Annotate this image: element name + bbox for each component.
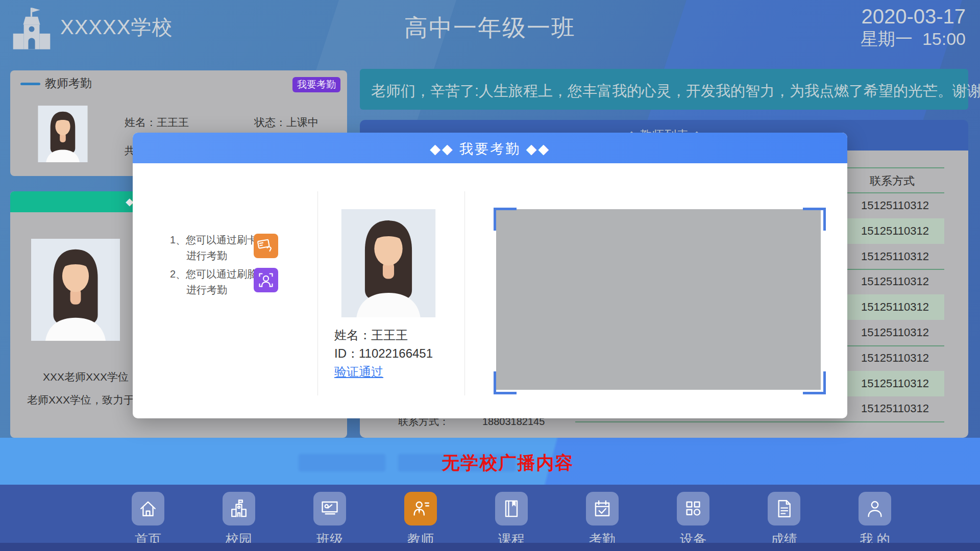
face-scan-icon	[254, 268, 278, 292]
nav-item-class[interactable]: 班级	[297, 492, 363, 548]
nav-item-grades[interactable]: 成绩	[751, 492, 817, 548]
instruction-line: 2、您可以通过刷脸	[170, 267, 257, 281]
nav-item-course[interactable]: 课程	[478, 492, 545, 548]
nav-item-attendance[interactable]: 考勤	[569, 492, 635, 548]
verify-status-link[interactable]: 验证通过	[334, 364, 383, 380]
instruction-line: 1、您可以通过刷卡	[170, 233, 257, 247]
title-dash	[20, 83, 40, 85]
home-icon	[132, 492, 164, 525]
bottom-nav: 首页校园班级教师课程考勤设备成绩我 的	[0, 485, 980, 551]
smart-class-board-screen: XXXXX学校 高中一年级一班 2020-03-17 星期一 15:00 教师考…	[0, 0, 980, 551]
modal-title: ◆◆ 我要考勤 ◆◆	[133, 140, 847, 158]
modal-name-row: 姓名：王王王	[334, 327, 408, 343]
nav-item-teacher[interactable]: 教师	[387, 492, 454, 548]
profile-icon	[859, 492, 891, 525]
camera-corner-bracket	[803, 371, 826, 394]
date-text: 2020-03-17	[861, 4, 966, 29]
nav-item-device[interactable]: 设备	[660, 492, 726, 548]
camera-corner-bracket	[494, 208, 517, 231]
weekday-time-text: 星期一 15:00	[861, 29, 966, 49]
contact-column-header: 联系方式	[841, 173, 943, 189]
teacher-name-row: 姓名：王王王	[125, 115, 189, 130]
attend-button[interactable]: 我要考勤	[292, 77, 340, 92]
nav-item-profile[interactable]: 我 的	[842, 492, 908, 548]
class-icon	[313, 492, 346, 525]
instruction-line: 进行考勤	[186, 249, 227, 263]
nav-item-home[interactable]: 首页	[115, 492, 181, 548]
modal-divider	[317, 191, 318, 395]
teacher-icon	[404, 492, 437, 525]
verified-teacher-photo	[334, 209, 443, 317]
attendance-icon	[586, 492, 619, 525]
bottom-strip	[0, 543, 980, 551]
table-line	[575, 421, 944, 422]
broadcast-text: 无学校广播内容	[0, 451, 980, 475]
device-icon	[677, 492, 709, 525]
instruction-line: 进行考勤	[186, 283, 227, 297]
camera-corner-bracket	[803, 208, 826, 231]
greeting-text: 老师们，辛苦了:人生旅程上，您丰富我的心灵，开发我的智力，为我点燃了希望的光芒。…	[371, 81, 980, 102]
camera-corner-bracket	[494, 371, 517, 394]
card-swipe-icon	[254, 234, 278, 258]
teacher-greeting-banner: 老师们，辛苦了:人生旅程上，您丰富我的心灵，开发我的智力，为我点燃了希望的光芒。…	[360, 69, 968, 110]
attendance-modal: ◆◆ 我要考勤 ◆◆ 1、您可以通过刷卡 进行考勤 2、您可以通过刷脸 进行考勤	[133, 133, 847, 418]
datetime-display: 2020-03-17 星期一 15:00	[861, 4, 966, 49]
teacher-status-row: 状态：上课中	[254, 115, 318, 130]
class-title: 高中一年级一班	[0, 12, 980, 44]
teacher-photo	[34, 106, 92, 162]
modal-id-row: ID：11022166451	[334, 345, 433, 362]
campus-icon	[223, 492, 255, 525]
camera-preview-area	[496, 209, 821, 390]
card-title: 教师考勤	[45, 76, 92, 91]
teacher-portrait-photo	[31, 237, 120, 342]
broadcast-banner: 无学校广播内容	[0, 438, 980, 485]
modal-divider	[464, 191, 465, 395]
nav-item-campus[interactable]: 校园	[206, 492, 272, 548]
grades-icon	[768, 492, 800, 525]
course-icon	[495, 492, 528, 525]
